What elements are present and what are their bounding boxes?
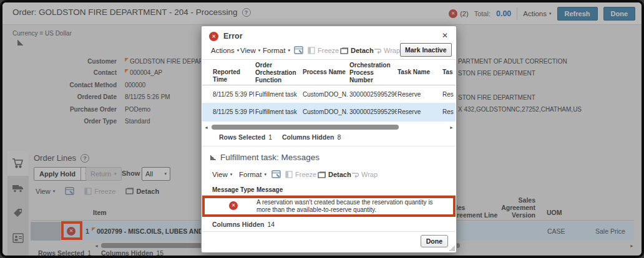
messages-section-title: Fulfillment task: Messages [220,153,320,162]
cell-process-number: 300000259952967 [349,108,397,115]
dialog-detach-button[interactable]: Detach [340,47,374,54]
rows-selected-value: 1 [268,133,272,141]
col-header-orchestration-function[interactable]: Order Orchestration Function [255,62,299,84]
cell-reported-time: 8/11/25 5:39 PM [213,108,254,115]
cell-task-name: Reserve [398,108,434,115]
messages-footer: Columns Hidden14 [212,221,275,228]
scrollbar-track[interactable] [208,125,449,130]
messages-wrap-button: Wrap [351,171,378,178]
dialog-actions-menu[interactable]: Actions▾ [211,47,239,54]
col-header-message[interactable]: Message [256,186,300,194]
format-label: Format [263,47,285,54]
dialog-table-footer: Rows Selected1 Columns Hidden8 [219,133,341,141]
format-label: Format [239,171,261,178]
columns-hidden-value: 14 [267,221,275,228]
col-header-task-name[interactable]: Task Name [398,69,435,76]
freeze-label: Freeze [318,47,339,54]
chevron-down-icon: ▾ [288,48,290,53]
dialog-title: Error [223,32,243,41]
columns-hidden-value: 8 [337,133,341,141]
cell-orchestration-function: Fulfillment task [255,108,300,115]
rows-selected-label: Rows Selected [219,133,265,141]
view-label: View [212,171,228,178]
messages-detach-button[interactable]: Detach [318,171,351,178]
chevron-down-icon: ▾ [258,48,261,53]
close-icon[interactable]: ✕ [442,31,448,40]
cell-reported-time: 8/11/25 5:39 PM [213,91,254,98]
col-header-reported-time[interactable]: Reported Time [213,69,251,84]
cell-orchestration-function: Fulfillment task [255,91,300,98]
cell-process-name: CustomDOO_N... [303,108,348,115]
scrollbar-thumb[interactable] [212,125,399,130]
view-label: View [240,47,256,54]
collapse-section-icon[interactable] [210,155,216,160]
columns-hidden-label: Columns Hidden [282,133,334,141]
error-icon: ✕ [209,32,218,41]
messages-format-menu[interactable]: Format▾ [239,171,266,178]
annotation-box-line-error [61,221,82,240]
detach-label: Detach [328,171,351,178]
dialog-wrap-button: Wrap [374,47,400,54]
dialog-view-menu[interactable]: View▾ [240,47,260,54]
cell-process-number: 300000259952967 [349,91,397,98]
query-by-example-icon[interactable] [271,170,281,178]
error-dialog: ✕ Error ✕ Actions▾ View▾ Format▾ Freeze … [201,26,457,253]
chevron-down-icon: ▾ [230,172,233,177]
col-header-message-type[interactable]: Message Type [212,186,256,194]
query-by-example-icon[interactable] [294,46,303,54]
col-header-process-number[interactable]: Orchestration Process Number [349,62,396,84]
mark-inactive-button[interactable]: Mark Inactive [400,43,452,57]
messages-freeze-button: Freeze [285,171,316,178]
cell-task-name: Reserve [398,91,434,98]
columns-hidden-label: Columns Hidden [212,221,264,228]
dialog-table-hscrollbar[interactable]: ◄ ► [204,125,454,130]
cell-task-extra: Res [442,108,456,115]
col-header-task-truncated[interactable]: Tas [442,69,456,76]
dialog-resize-handle[interactable] [449,245,455,251]
col-header-process-name[interactable]: Process Name [303,69,346,76]
chevron-down-icon: ▾ [264,172,266,177]
dialog-done-button[interactable]: Done [421,235,448,247]
messages-view-menu[interactable]: View▾ [212,171,232,178]
cell-process-name: CustomDOO_N... [303,91,348,98]
freeze-label: Freeze [295,171,316,178]
wrap-label: Wrap [384,47,400,54]
dialog-format-menu[interactable]: Format▾ [263,47,290,54]
annotation-box-message [202,196,456,217]
dialog-freeze-button: Freeze [308,47,339,54]
scroll-left-icon[interactable]: ◄ [204,125,208,130]
cell-task-extra: Res [442,91,456,98]
detach-label: Detach [351,47,374,54]
wrap-label: Wrap [361,171,378,178]
app-window: Order: GOLDSTON FIRE DEPARTMENT - 204 - … [0,0,644,258]
chevron-down-icon: ▾ [237,48,240,53]
actions-label: Actions [211,47,235,54]
scroll-right-icon[interactable]: ► [449,125,454,130]
messages-section-header[interactable]: Fulfillment task: Messages [210,153,320,162]
